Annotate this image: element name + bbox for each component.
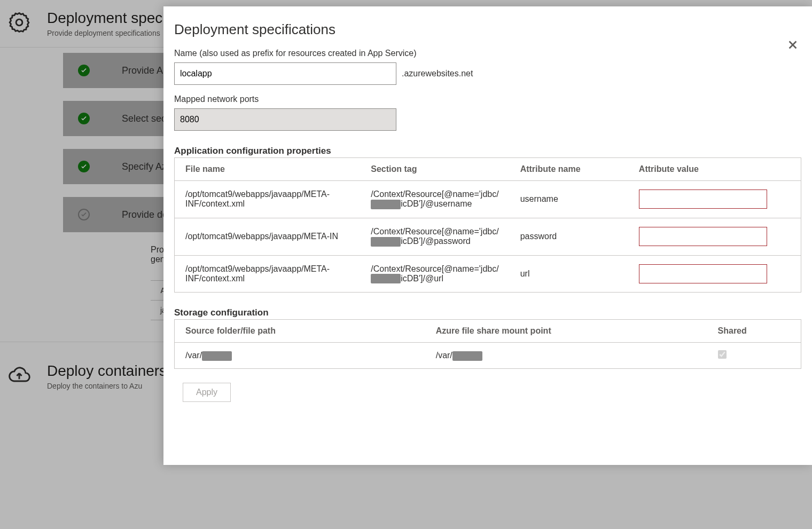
- cell-shared: [707, 343, 801, 369]
- table-row: /var/ /var/: [175, 343, 801, 369]
- attr-value-input[interactable]: [639, 264, 767, 283]
- table-row: /opt/tomcat9/webapps/javaapp/META-INF/co…: [175, 255, 801, 293]
- table-row: /opt/tomcat9/webapps/javaapp/META-IN /Co…: [175, 218, 801, 255]
- cell-attr-name: username: [510, 181, 628, 218]
- cell-section-tag: /Context/Resource[@name='jdbc/icDB']/@us…: [360, 181, 509, 218]
- cell-attr-name: url: [510, 255, 628, 293]
- shared-checkbox: [718, 350, 727, 359]
- col-attr-value: Attribute value: [628, 158, 801, 181]
- redacted: [452, 351, 482, 361]
- cell-mount-point: /var/: [425, 343, 707, 369]
- modal-title: Deployment specifications: [174, 21, 801, 38]
- table-row: /opt/tomcat9/webapps/javaapp/META-INF/co…: [175, 181, 801, 218]
- redacted: [202, 351, 232, 361]
- redacted: [371, 237, 401, 247]
- name-suffix: .azurewebsites.net: [402, 69, 473, 78]
- attr-value-input[interactable]: [639, 227, 767, 246]
- col-source-path: Source folder/file path: [175, 320, 425, 343]
- col-attr-name: Attribute name: [510, 158, 628, 181]
- col-filename: File name: [175, 158, 361, 181]
- close-button[interactable]: [784, 36, 801, 53]
- name-input[interactable]: [174, 62, 396, 85]
- col-section-tag: Section tag: [360, 158, 509, 181]
- name-label: Name (also used as prefix for resources …: [174, 49, 801, 58]
- cell-filename: /opt/tomcat9/webapps/javaapp/META-INF/co…: [175, 181, 361, 218]
- apply-button[interactable]: Apply: [183, 383, 231, 402]
- deployment-spec-modal: Deployment specifications Name (also use…: [163, 6, 812, 465]
- cell-section-tag: /Context/Resource[@name='jdbc/icDB']/@ur…: [360, 255, 509, 293]
- cell-filename: /opt/tomcat9/webapps/javaapp/META-IN: [175, 218, 361, 255]
- cell-filename: /opt/tomcat9/webapps/javaapp/META-INF/co…: [175, 255, 361, 293]
- appconfig-table: File name Section tag Attribute name Att…: [174, 157, 801, 293]
- cell-source-path: /var/: [175, 343, 425, 369]
- redacted: [371, 274, 401, 283]
- ports-label: Mapped network ports: [174, 94, 801, 104]
- redacted: [371, 200, 401, 209]
- col-mount-point: Azure file share mount point: [425, 320, 707, 343]
- storage-title: Storage configuration: [174, 307, 801, 318]
- cell-attr-name: password: [510, 218, 628, 255]
- appconfig-title: Application configuration properties: [174, 146, 801, 156]
- attr-value-input[interactable]: [639, 190, 767, 209]
- cell-section-tag: /Context/Resource[@name='jdbc/icDB']/@pa…: [360, 218, 509, 255]
- ports-input: [174, 108, 396, 131]
- col-shared: Shared: [707, 320, 801, 343]
- storage-table: Source folder/file path Azure file share…: [174, 319, 801, 369]
